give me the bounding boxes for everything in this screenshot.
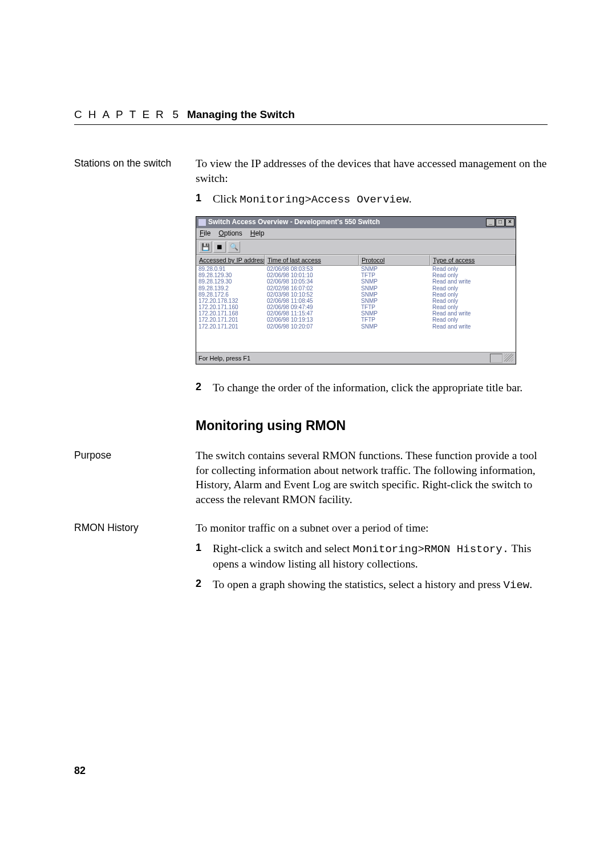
table-row[interactable]: 172.20.171.20102/06/98 10:19:13TFTPRead … — [196, 317, 516, 323]
cell-proto: SNMP — [359, 266, 430, 272]
cell-type: Read only — [430, 298, 516, 304]
chapter-number: 5 — [173, 108, 179, 120]
menu-path: Monitoring>Access Overview — [240, 193, 408, 206]
table-row[interactable]: 89.28.172.602/03/98 10:10:52SNMPRead onl… — [196, 291, 516, 298]
cell-type: Read only — [430, 285, 516, 291]
cell-ip: 172.20.171.168 — [196, 310, 265, 317]
table-row[interactable]: 172.20.171.16002/06/98 09:47:49TFTPRead … — [196, 304, 516, 310]
menu-options[interactable]: Options — [218, 229, 242, 238]
cell-time: 02/06/98 08:03:53 — [265, 266, 359, 272]
step-text: To change the order of the information, … — [213, 380, 548, 395]
save-icon[interactable]: 💾 — [199, 241, 212, 253]
cell-proto: SNMP — [359, 323, 430, 330]
cell-ip: 89.28.129.30 — [196, 272, 265, 278]
cell-time: 02/06/98 10:20:07 — [265, 323, 359, 330]
chapter-word: CHAPTER — [74, 108, 170, 120]
table-row[interactable]: 172.20.171.16802/06/98 11:15:47SNMPRead … — [196, 310, 516, 317]
side-label-rmon-history: RMON History — [74, 521, 196, 593]
window-title: Switch Access Overview - Development's 5… — [208, 218, 380, 227]
search-icon[interactable]: 🔍 — [228, 241, 240, 253]
cell-ip: 172.20.178.132 — [196, 298, 265, 304]
cell-time: 02/06/98 10:05:34 — [265, 278, 359, 285]
cell-type: Read only — [430, 266, 516, 272]
cell-type: Read and write — [430, 278, 516, 285]
table-row[interactable]: 89.28.129.3002/06/98 10:05:34SNMPRead an… — [196, 278, 516, 285]
menu-path: Monitoring>RMON History. — [352, 543, 509, 556]
step-number: 1 — [196, 541, 213, 572]
stations-intro-text: To view the IP addresses of the devices … — [196, 156, 548, 186]
app-icon — [198, 219, 206, 226]
cell-proto: TFTP — [359, 304, 430, 310]
page-number: 82 — [74, 765, 86, 777]
toolbar: 💾 ⏹ 🔍 — [196, 240, 516, 255]
cell-time: 02/03/98 10:10:52 — [265, 291, 359, 298]
status-pane — [490, 354, 502, 363]
menu-bar: File Options Help — [196, 228, 516, 240]
cell-time: 02/02/98 16:07:02 — [265, 285, 359, 291]
table-row[interactable]: 172.20.171.20102/06/98 10:20:07SNMPRead … — [196, 323, 516, 330]
table-row[interactable]: 89.28.129.3002/06/98 10:01:10TFTPRead on… — [196, 272, 516, 278]
command-text: View — [504, 579, 530, 591]
step-number: 1 — [196, 192, 213, 207]
cell-type: Read only — [430, 272, 516, 278]
step-number: 2 — [196, 577, 213, 593]
table-row[interactable]: 172.20.178.13202/06/98 11:08:45SNMPRead … — [196, 298, 516, 304]
cell-proto: TFTP — [359, 272, 430, 278]
stop-icon[interactable]: ⏹ — [213, 241, 226, 253]
cell-ip: 89.28.129.30 — [196, 278, 265, 285]
col-header-ip[interactable]: Accessed by IP address — [196, 255, 265, 266]
maximize-button[interactable]: □ — [496, 218, 505, 226]
section-heading-rmon: Monitoring using RMON — [196, 417, 548, 434]
resize-grip-icon[interactable] — [504, 354, 513, 362]
window-titlebar[interactable]: Switch Access Overview - Development's 5… — [196, 217, 516, 228]
minimize-button[interactable]: _ — [486, 218, 495, 226]
cell-ip: 89.28.0.91 — [196, 266, 265, 272]
cell-proto: SNMP — [359, 298, 430, 304]
col-header-time[interactable]: Time of last access — [265, 255, 359, 266]
cell-proto: SNMP — [359, 278, 430, 285]
cell-type: Read only — [430, 291, 516, 298]
cell-ip: 172.20.171.201 — [196, 323, 265, 330]
col-header-type[interactable]: Type of access — [430, 255, 516, 266]
chapter-title: Managing the Switch — [187, 108, 295, 120]
cell-time: 02/06/98 09:47:49 — [265, 304, 359, 310]
menu-file[interactable]: File — [200, 229, 210, 238]
step-text: To open a graph showing the statistics, … — [213, 577, 548, 593]
status-bar: For Help, press F1 — [196, 352, 516, 364]
table-row[interactable]: 89.28.139.202/02/98 16:07:02SNMPRead onl… — [196, 285, 516, 291]
cell-time: 02/06/98 10:01:10 — [265, 272, 359, 278]
purpose-text: The switch contains several RMON functio… — [196, 448, 548, 507]
status-text: For Help, press F1 — [198, 354, 250, 363]
cell-type: Read and write — [430, 310, 516, 317]
cell-ip: 89.28.139.2 — [196, 285, 265, 291]
step-text: Click Monitoring>Access Overview. — [213, 192, 548, 207]
side-label-stations: Stations on the switch — [74, 156, 196, 443]
col-header-proto[interactable]: Protocol — [359, 255, 430, 266]
cell-time: 02/06/98 10:19:13 — [265, 317, 359, 323]
close-button[interactable]: × — [505, 218, 514, 226]
access-overview-window: Switch Access Overview - Development's 5… — [196, 216, 516, 365]
table-row[interactable]: 89.28.0.9102/06/98 08:03:53SNMPRead only — [196, 266, 516, 272]
step-text: Right-click a switch and select Monitori… — [213, 541, 548, 572]
cell-ip: 89.28.172.6 — [196, 291, 265, 298]
cell-type: Read only — [430, 304, 516, 310]
cell-proto: TFTP — [359, 317, 430, 323]
cell-type: Read only — [430, 317, 516, 323]
step-number: 2 — [196, 380, 213, 395]
cell-time: 02/06/98 11:15:47 — [265, 310, 359, 317]
cell-time: 02/06/98 11:08:45 — [265, 298, 359, 304]
rmon-history-intro: To monitor traffic on a subnet over a pe… — [196, 521, 548, 536]
cell-ip: 172.20.171.160 — [196, 304, 265, 310]
table-header-row: Accessed by IP address Time of last acce… — [196, 255, 516, 266]
menu-help[interactable]: Help — [250, 229, 265, 238]
cell-ip: 172.20.171.201 — [196, 317, 265, 323]
cell-proto: SNMP — [359, 291, 430, 298]
cell-type: Read and write — [430, 323, 516, 330]
chapter-header: CHAPTER 5 Managing the Switch — [74, 108, 548, 125]
cell-proto: SNMP — [359, 310, 430, 317]
cell-proto: SNMP — [359, 285, 430, 291]
side-label-purpose: Purpose — [74, 448, 196, 507]
